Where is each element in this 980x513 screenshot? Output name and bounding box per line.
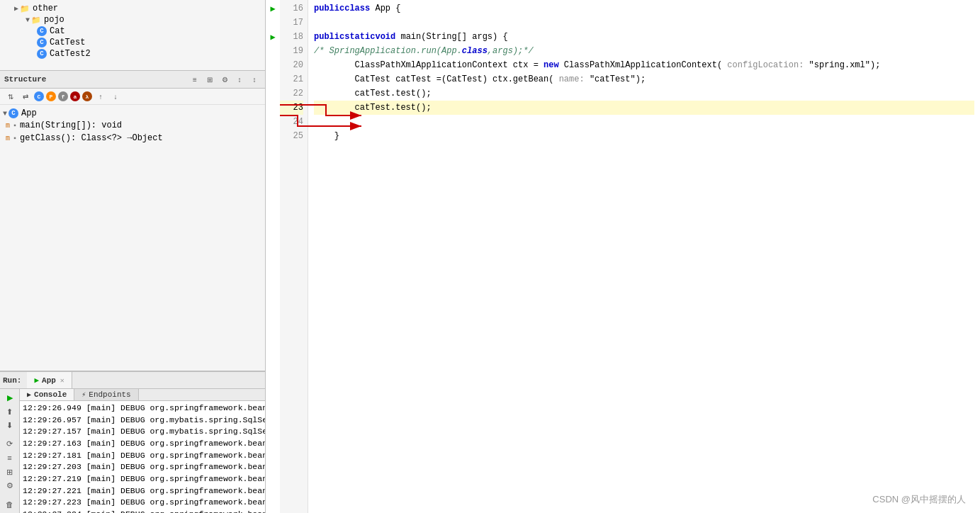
code-line-25: } [314, 129, 974, 143]
line-num-24: 24 [280, 115, 303, 129]
console-output[interactable]: 12:29:26.949 [main] DEBUG org.springfram… [20, 401, 265, 513]
run-app-tab-close[interactable]: ✕ [60, 376, 64, 385]
structure-expand-btn[interactable]: ↕ [233, 73, 246, 86]
gutter-icon-20 [266, 58, 280, 72]
tree-item-cattest[interactable]: C CatTest [0, 37, 265, 48]
gutter-icon-23 [266, 101, 280, 115]
struct-m-lock-icon: ▪ [13, 122, 17, 130]
struct-icon-arrow-up[interactable]: ↑ [94, 90, 107, 103]
struct-getclass-method[interactable]: m ▪ getClass(): Class<?> →Object [0, 132, 265, 145]
endpoints-tab-label: Endpoints [89, 390, 130, 399]
struct-getclass-label: getClass(): Class<?> →Object [20, 133, 163, 143]
gutter-icon-19 [266, 44, 280, 58]
structure-toolbar: ≡ ⊞ ⚙ ↕ ↕ [188, 73, 261, 86]
structure-collapse-btn[interactable]: ↕ [248, 73, 261, 86]
console-line: 12:29:26.957 [main] DEBUG org.mybatis.sp… [23, 415, 262, 427]
structure-panel: Structure ≡ ⊞ ⚙ ↕ ↕ ⇅ ⇄ C P f a λ ↑ ↓ [0, 71, 265, 371]
console-tab-icon: ▶ [27, 390, 31, 399]
tree-item-pojo[interactable]: ▼ 📁 pojo [0, 14, 265, 26]
code-line-19: /* SpringApplication.run(App.class,args)… [314, 44, 974, 58]
struct-icon-a[interactable]: a [70, 91, 80, 101]
console-line: 12:29:27.203 [main] DEBUG org.springfram… [23, 461, 262, 473]
run-left-toolbar: ▶ ⬆ ⬇ ⟳ ≡ ⊞ ⚙ 🗑 [0, 389, 20, 513]
console-line: 12:29:27.224 [main] DEBUG org.springfram… [23, 509, 262, 513]
gutter-icon-24 [266, 115, 280, 129]
structure-content: ▼ C App m ▪ main(String[]): void m ▪ get… [0, 105, 265, 147]
struct-icon-sort-alpha[interactable]: ⇅ [4, 90, 17, 103]
structure-title: Structure [4, 75, 46, 84]
line-num-20: 20 [280, 58, 303, 72]
run-panel: Run: ▶ App ✕ ▶ ⬆ ⬇ ⟳ ≡ ⊞ ⚙ 🗑 [0, 371, 265, 513]
run-play-button[interactable]: ▶ [3, 392, 17, 404]
line-num-19: 19 [280, 44, 303, 58]
run-content-area: ▶ ⬆ ⬇ ⟳ ≡ ⊞ ⚙ 🗑 ▶ Console [0, 389, 265, 513]
struct-icon-p[interactable]: P [46, 91, 56, 101]
run-stop-button[interactable]: ⬆ [3, 406, 17, 418]
console-line: 12:29:27.223 [main] DEBUG org.springfram… [23, 497, 262, 509]
console-line: 12:29:27.221 [main] DEBUG org.springfram… [23, 485, 262, 497]
tree-item-other[interactable]: ▶ 📁 other [0, 3, 265, 14]
console-tab[interactable]: ▶ Console [20, 389, 74, 400]
struct-icon-f[interactable]: f [58, 91, 68, 101]
line-num-25: 25 [280, 129, 303, 143]
code-content[interactable]: public class App { public static void ma… [308, 0, 980, 513]
gutter-icon-18: ▶ [266, 30, 280, 44]
structure-icons-row: ⇅ ⇄ C P f a λ ↑ ↓ [0, 89, 265, 105]
folder-icon-other: 📁 [20, 4, 30, 13]
run-trash-button[interactable]: 🗑 [3, 498, 17, 510]
code-line-16: public class App { [314, 1, 974, 16]
gutter-icons: ▶▶ [266, 0, 280, 513]
structure-sort-btn[interactable]: ≡ [188, 73, 201, 86]
struct-icon-l[interactable]: λ [82, 91, 92, 101]
tree-label-cattest2: CatTest2 [50, 49, 91, 59]
run-rerun-button[interactable]: ⟳ [3, 438, 17, 450]
struct-icon-arrow-down[interactable]: ↓ [109, 90, 122, 103]
struct-getclass-icon: m [6, 135, 10, 142]
code-line-24 [314, 115, 974, 129]
code-line-17 [314, 16, 974, 30]
struct-icon-c[interactable]: C [34, 91, 44, 101]
struct-main-method[interactable]: m ▪ main(String[]): void [0, 119, 265, 132]
tree-item-cat[interactable]: C Cat [0, 26, 265, 37]
run-gear-button[interactable]: ⚙ [3, 480, 17, 492]
endpoints-tab[interactable]: ⚡ Endpoints [74, 389, 138, 400]
code-editor: ▶▶ 16171819202122232425 public class App… [266, 0, 980, 513]
struct-app-label: App [21, 108, 37, 118]
run-tab-app[interactable]: ▶ App ✕ [27, 372, 72, 388]
code-line-22: catTest.test(); [314, 86, 974, 101]
folder-icon-pojo: 📁 [31, 16, 41, 25]
java-icon-cattest2: C [37, 49, 47, 59]
endpoints-tab-icon: ⚡ [81, 390, 86, 399]
console-tab-label: Console [34, 390, 67, 399]
java-icon-cattest: C [37, 38, 47, 47]
run-label: Run: [3, 376, 21, 385]
code-line-18: public static void main(String[] args) { [314, 30, 974, 44]
console-line: 12:29:27.163 [main] DEBUG org.springfram… [23, 438, 262, 450]
line-num-23: 23 [280, 101, 303, 115]
struct-icon-sort-type[interactable]: ⇄ [19, 90, 32, 103]
run-tab-bar: Run: ▶ App ✕ [0, 372, 265, 389]
console-line: 12:29:27.219 [main] DEBUG org.springfram… [23, 473, 262, 485]
main-container: ▶ 📁 other ▼ 📁 pojo C Cat C CatTest C Cat… [0, 0, 980, 513]
tree-label-other: other [33, 4, 58, 13]
console-tabs: ▶ Console ⚡ Endpoints [20, 389, 265, 401]
structure-filter-btn[interactable]: ⊞ [203, 73, 216, 86]
structure-settings-btn[interactable]: ⚙ [218, 73, 231, 86]
run-wrap-button[interactable]: ≡ [3, 452, 17, 464]
struct-getclass-lock-icon: ▪ [13, 135, 17, 142]
tree-item-cattest2[interactable]: C CatTest2 [0, 48, 265, 60]
struct-m-icon: m [6, 122, 10, 130]
line-num-18: 18 [280, 30, 303, 44]
watermark: CSDN @风中摇摆的人 [872, 493, 966, 506]
tree-label-cattest: CatTest [50, 38, 85, 47]
struct-app-node[interactable]: ▼ C App [0, 108, 265, 119]
tree-arrow-pojo: ▼ [26, 16, 30, 24]
run-filter-button[interactable]: ⊞ [3, 466, 17, 478]
gutter-icon-21 [266, 72, 280, 86]
gutter-icon-22 [266, 86, 280, 101]
line-num-17: 17 [280, 16, 303, 30]
file-tree: ▶ 📁 other ▼ 📁 pojo C Cat C CatTest C Cat… [0, 0, 265, 71]
sidebar: ▶ 📁 other ▼ 📁 pojo C Cat C CatTest C Cat… [0, 0, 266, 513]
run-down-button[interactable]: ⬇ [3, 420, 17, 432]
struct-main-label: main(String[]): void [20, 120, 122, 130]
